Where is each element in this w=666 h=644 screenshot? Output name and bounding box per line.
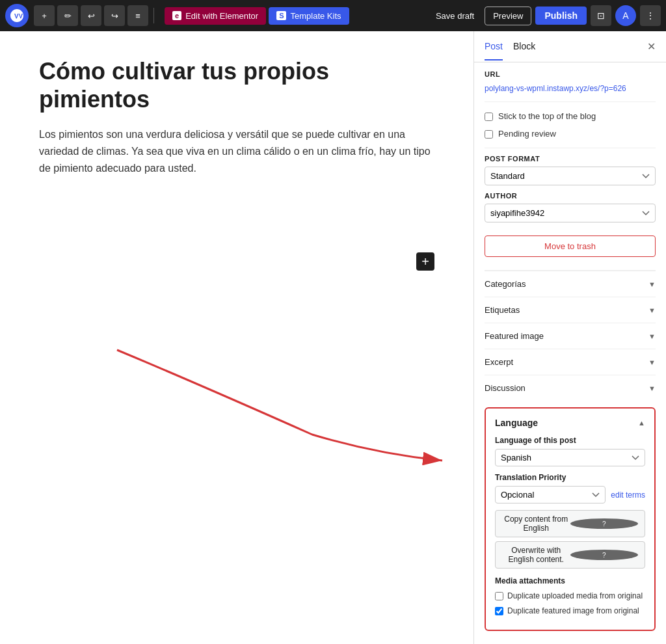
toggle-sidebar-button[interactable]: ⊡ — [591, 5, 611, 26]
edit-with-elementor-button[interactable]: e Edit with Elementor — [165, 7, 266, 25]
main-layout: Cómo cultivar tus propios pimientos Los … — [0, 31, 666, 644]
translation-priority-row: Opcional Normal High edit terms — [495, 486, 645, 503]
etiquetas-header[interactable]: Etiquetas ▼ — [485, 297, 656, 323]
post-options-section: Stick to the top of the blog Pending rev… — [485, 102, 656, 148]
sidebar: Post Block ✕ URL polylang-vs-wpml.instaw… — [473, 31, 666, 644]
post-format-label: POST FORMAT — [485, 155, 656, 163]
format-author-section: POST FORMAT Standard AUTHOR siyapifihe39… — [485, 148, 656, 271]
featured-image-section: Featured image ▼ — [485, 323, 656, 349]
template-kits-label: Template Kits — [290, 11, 341, 21]
etiquetas-section: Etiquetas ▼ — [485, 297, 656, 323]
post-format-group: POST FORMAT Standard — [485, 155, 656, 185]
close-sidebar-button[interactable]: ✕ — [647, 40, 656, 53]
overwrite-help-icon: ? — [570, 550, 639, 560]
overwrite-content-label: Overwrite with English content. — [502, 546, 570, 564]
more-options-button[interactable]: ⋮ — [640, 5, 661, 26]
annotation-arrow — [65, 330, 473, 474]
language-section-header: Language ▲ — [495, 418, 645, 428]
categorias-label: Categorías — [485, 279, 526, 289]
url-link[interactable]: polylang-vs-wpml.instawp.xyz/es/?p=626 — [485, 84, 626, 93]
post-content: Los pimientos son una verdura deliciosa … — [39, 126, 434, 176]
author-select[interactable]: siyapifihe3942 — [485, 204, 656, 222]
duplicate-featured-row: Duplicate featured image from original — [495, 606, 645, 617]
redo-button[interactable]: ↪ — [104, 5, 125, 26]
author-group: AUTHOR siyapifihe3942 — [485, 192, 656, 222]
discussion-section: Discussion ▼ — [485, 375, 656, 401]
copy-content-label: Copy content from English — [502, 515, 570, 533]
url-label: URL — [485, 70, 656, 78]
copy-help-icon: ? — [570, 518, 639, 529]
tab-block[interactable]: Block — [513, 33, 535, 60]
template-kits-button[interactable]: S Template Kits — [269, 7, 349, 25]
etiquetas-chevron: ▼ — [648, 306, 656, 314]
copy-content-button[interactable]: Copy content from English ? — [495, 510, 645, 537]
language-section-title: Language — [495, 418, 538, 428]
featured-image-chevron: ▼ — [648, 332, 656, 340]
add-block-button[interactable]: + — [416, 252, 434, 271]
duplicate-featured-checkbox[interactable] — [495, 607, 503, 615]
stick-to-top-row: Stick to the top of the blog — [485, 107, 656, 125]
sidebar-body: URL polylang-vs-wpml.instawp.xyz/es/?p=6… — [474, 62, 666, 644]
duplicate-featured-label: Duplicate featured image from original — [507, 606, 639, 617]
add-block-toolbar-button[interactable]: + — [34, 5, 55, 26]
categorias-section: Categorías ▼ — [485, 271, 656, 297]
excerpt-header[interactable]: Excerpt ▼ — [485, 349, 656, 375]
toolbar-right-actions: Save draft Preview Publish ⊡ A ⋮ — [429, 5, 661, 26]
elementor-button-label: Edit with Elementor — [185, 11, 258, 21]
templatekits-logo: S — [276, 11, 286, 20]
etiquetas-label: Etiquetas — [485, 305, 520, 315]
author-label: AUTHOR — [485, 192, 656, 200]
featured-image-label: Featured image — [485, 331, 544, 341]
translation-priority-label: Translation Priority — [495, 473, 645, 482]
discussion-label: Discussion — [485, 383, 526, 393]
post-format-select[interactable]: Standard — [485, 167, 656, 185]
toolbar-separator — [153, 8, 154, 23]
editor-area[interactable]: Cómo cultivar tus propios pimientos Los … — [0, 31, 473, 644]
discussion-chevron: ▼ — [648, 384, 656, 392]
move-to-trash-button[interactable]: Move to trash — [485, 235, 656, 257]
excerpt-label: Excerpt — [485, 357, 513, 367]
edit-toolbar-button[interactable]: ✏ — [57, 5, 78, 26]
tab-post[interactable]: Post — [485, 33, 503, 60]
duplicate-uploaded-row: Duplicate uploaded media from original — [495, 591, 645, 602]
duplicate-uploaded-label: Duplicate uploaded media from original — [507, 591, 643, 602]
categorias-header[interactable]: Categorías ▼ — [485, 271, 656, 297]
language-chevron-up[interactable]: ▲ — [638, 419, 645, 427]
preview-button[interactable]: Preview — [485, 7, 531, 25]
categorias-chevron: ▼ — [648, 280, 656, 288]
url-section: URL polylang-vs-wpml.instawp.xyz/es/?p=6… — [485, 62, 656, 102]
overwrite-content-button[interactable]: Overwrite with English content. ? — [495, 541, 645, 569]
excerpt-chevron: ▼ — [648, 358, 656, 366]
stick-to-top-label: Stick to the top of the blog — [498, 111, 596, 121]
wordpress-icon — [9, 8, 25, 23]
media-attachments-title: Media attachments — [495, 576, 645, 585]
wp-logo — [5, 4, 29, 27]
user-button[interactable]: A — [615, 5, 636, 26]
featured-image-header[interactable]: Featured image ▼ — [485, 323, 656, 349]
pending-review-label: Pending review — [498, 129, 556, 139]
list-view-button[interactable]: ≡ — [127, 5, 148, 26]
excerpt-section: Excerpt ▼ — [485, 349, 656, 375]
stick-to-top-checkbox[interactable] — [485, 113, 493, 121]
sidebar-header: Post Block ✕ — [474, 31, 666, 62]
save-draft-button[interactable]: Save draft — [429, 7, 481, 25]
duplicate-uploaded-checkbox[interactable] — [495, 592, 503, 600]
elementor-logo: e — [172, 11, 181, 20]
pending-review-checkbox[interactable] — [485, 130, 493, 139]
language-of-post-label: Language of this post — [495, 436, 645, 445]
pending-review-row: Pending review — [485, 125, 656, 142]
edit-terms-link[interactable]: edit terms — [611, 490, 645, 500]
toolbar: + ✏ ↩ ↪ ≡ e Edit with Elementor S Templa… — [0, 0, 666, 31]
priority-select[interactable]: Opcional Normal High — [495, 486, 606, 503]
discussion-header[interactable]: Discussion ▼ — [485, 375, 656, 401]
publish-button[interactable]: Publish — [535, 7, 587, 25]
language-select[interactable]: Spanish English French — [495, 449, 645, 466]
post-title: Cómo cultivar tus propios pimientos — [39, 57, 434, 113]
undo-button[interactable]: ↩ — [81, 5, 101, 26]
language-section: Language ▲ Language of this post Spanish… — [485, 407, 656, 631]
